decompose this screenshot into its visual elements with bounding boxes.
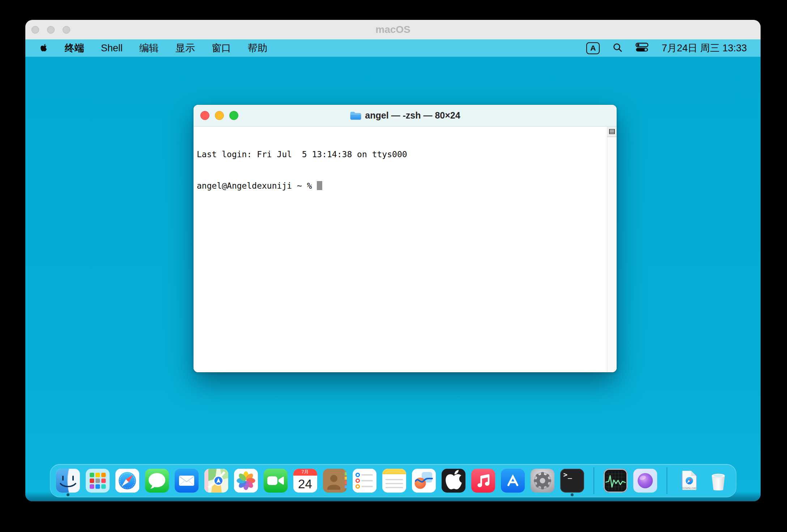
menubar: 终端 Shell 编辑 显示 窗口 帮助 A — [25, 39, 761, 57]
vm-window: macOS 终端 Shell 编辑 显示 窗口 帮助 A — [25, 20, 761, 501]
menu-item-shell[interactable]: Shell — [101, 43, 123, 54]
dock-item-contacts[interactable] — [323, 469, 347, 493]
photos-icon — [234, 469, 258, 493]
dock-item-calendar[interactable]: 7月 24 — [293, 469, 317, 493]
finder-running-indicator — [67, 493, 69, 496]
dock-item-music[interactable] — [471, 469, 495, 493]
dock-item-siri[interactable] — [633, 469, 657, 493]
contacts-icon — [323, 469, 347, 493]
dock-divider — [594, 467, 594, 494]
maps-icon — [204, 469, 228, 493]
notes-icon — [382, 469, 406, 493]
calendar-day-label: 24 — [293, 476, 317, 492]
activity-monitor-icon — [604, 469, 628, 493]
menu-item-terminal[interactable]: 终端 — [65, 42, 84, 55]
dock-item-photos[interactable] — [234, 469, 258, 493]
dock-item-reminders[interactable] — [353, 469, 377, 493]
apple-icon — [39, 43, 48, 53]
control-center-icon — [635, 43, 648, 52]
terminal-close-button[interactable] — [200, 111, 209, 120]
folder-icon — [350, 111, 361, 120]
mail-icon — [175, 469, 199, 493]
music-icon — [471, 469, 495, 493]
terminal-title: angel — -zsh — 80×24 — [193, 110, 617, 121]
dock-item-mail[interactable] — [175, 469, 199, 493]
vm-window-title: macOS — [25, 24, 761, 35]
dock-item-activity-monitor[interactable] — [604, 469, 628, 493]
menu-item-help[interactable]: 帮助 — [248, 42, 267, 55]
terminal-cursor — [317, 181, 322, 190]
app-store-icon — [501, 469, 525, 493]
dock-item-downloads[interactable]: DOWNLOAD — [677, 469, 701, 493]
control-center[interactable] — [635, 43, 648, 53]
dock-item-facetime[interactable] — [264, 469, 288, 493]
downloads-label: DOWNLOAD — [682, 487, 697, 489]
dock: 7月 24 — [50, 464, 736, 497]
launchpad-icon — [86, 469, 110, 493]
dock-item-trash[interactable] — [706, 469, 730, 493]
terminal-title-text: angel — -zsh — 80×24 — [365, 110, 460, 121]
apple-menu[interactable] — [39, 43, 48, 53]
siri-icon — [633, 469, 657, 493]
desktop: angel — -zsh — 80×24 Last login: Fri Jul… — [25, 57, 761, 501]
dock-item-apple-tv[interactable]: tv — [442, 469, 465, 493]
downloads-stack-icon: DOWNLOAD — [677, 469, 701, 493]
search-icon — [613, 43, 622, 52]
trash-icon — [706, 469, 730, 493]
menubar-clock[interactable]: 7月24日 周三 13:33 — [661, 42, 747, 55]
system-settings-icon — [531, 469, 554, 493]
menu-item-view[interactable]: 显示 — [175, 42, 195, 55]
dock-item-freeform[interactable] — [412, 469, 436, 493]
terminal-scrollbar[interactable] — [607, 126, 617, 372]
messages-icon — [145, 469, 169, 493]
calendar-month-label: 7月 — [293, 469, 317, 476]
safari-icon — [115, 469, 139, 493]
terminal-minimize-button[interactable] — [215, 111, 224, 120]
terminal-prompt: angel@Angeldexuniji ~ % — [197, 181, 317, 190]
dock-item-maps[interactable] — [204, 469, 228, 493]
reminders-icon — [353, 469, 377, 493]
terminal-prompt-row: angel@Angeldexuniji ~ % — [197, 181, 407, 191]
dock-item-safari[interactable] — [115, 469, 139, 493]
freeform-icon — [412, 469, 436, 493]
terminal-window-controls — [193, 111, 238, 120]
apple-tv-apple-icon — [442, 469, 465, 493]
spotlight-search[interactable] — [613, 43, 622, 54]
terminal-content[interactable]: Last login: Fri Jul 5 13:14:38 on ttys00… — [193, 126, 617, 372]
menu-item-window[interactable]: 窗口 — [212, 42, 231, 55]
dock-item-system-settings[interactable] — [531, 469, 554, 493]
finder-icon — [56, 469, 80, 493]
dock-item-launchpad[interactable] — [86, 469, 110, 493]
dock-item-app-store[interactable] — [501, 469, 525, 493]
dock-item-notes[interactable] — [382, 469, 406, 493]
menu-item-edit[interactable]: 编辑 — [139, 42, 159, 55]
dock-item-messages[interactable] — [145, 469, 169, 493]
list-lines-icon — [609, 129, 615, 134]
vm-titlebar: macOS — [25, 20, 761, 39]
dock-divider — [667, 467, 667, 494]
terminal-scrollbar-button[interactable] — [607, 126, 617, 137]
terminal-text: Last login: Fri Jul 5 13:14:38 on ttys00… — [197, 128, 407, 212]
dock-item-finder[interactable] — [56, 469, 80, 493]
facetime-icon — [264, 469, 288, 493]
terminal-window: angel — -zsh — 80×24 Last login: Fri Jul… — [193, 105, 617, 372]
terminal-running-indicator — [571, 493, 574, 496]
menubar-menus: 终端 Shell 编辑 显示 窗口 帮助 — [39, 42, 267, 55]
input-method-indicator[interactable]: A — [586, 42, 600, 54]
terminal-app-icon: >_ — [563, 471, 573, 479]
terminal-titlebar[interactable]: angel — -zsh — 80×24 — [193, 105, 617, 126]
dock-item-terminal[interactable]: >_ — [560, 469, 584, 493]
menubar-status: A 7月24日 周三 13:33 — [586, 42, 747, 55]
terminal-output-line: Last login: Fri Jul 5 13:14:38 on ttys00… — [197, 149, 407, 160]
terminal-zoom-button[interactable] — [229, 111, 238, 120]
